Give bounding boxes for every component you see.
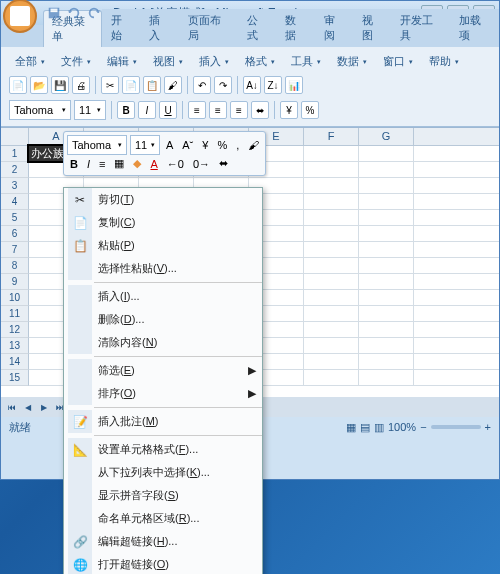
menu-help[interactable]: 帮助: [423, 52, 465, 71]
print-icon[interactable]: 🖨: [72, 76, 90, 94]
row-9[interactable]: 9: [1, 274, 29, 290]
row-13[interactable]: 13: [1, 338, 29, 354]
view-normal-icon[interactable]: ▦: [346, 421, 356, 434]
menu-tools[interactable]: 工具: [285, 52, 327, 71]
currency-icon[interactable]: ¥: [280, 101, 298, 119]
office-button[interactable]: [3, 0, 37, 33]
cut-icon[interactable]: ✂: [101, 76, 119, 94]
menu-window[interactable]: 窗口: [377, 52, 419, 71]
ctx-item-2[interactable]: 📋粘贴(P): [64, 234, 262, 257]
redo-icon[interactable]: [87, 6, 101, 20]
ctx-item-9[interactable]: 📝插入批注(M): [64, 410, 262, 433]
tab-formula[interactable]: 公式: [238, 9, 276, 47]
row-8[interactable]: 8: [1, 258, 29, 274]
view-layout-icon[interactable]: ▤: [360, 421, 370, 434]
zoom-slider[interactable]: [431, 425, 481, 429]
menu-insert[interactable]: 插入: [193, 52, 235, 71]
mini-percent[interactable]: %: [214, 137, 230, 153]
row-5[interactable]: 5: [1, 210, 29, 226]
merge-icon[interactable]: ⬌: [251, 101, 269, 119]
tab-view[interactable]: 视图: [353, 9, 391, 47]
align-left-icon[interactable]: ≡: [188, 101, 206, 119]
ctx-item-1[interactable]: 📄复制(C): [64, 211, 262, 234]
ctx-item-12[interactable]: 显示拼音字段(S): [64, 484, 262, 507]
ctx-item-3[interactable]: 选择性粘贴(V)...: [64, 257, 262, 280]
row-2[interactable]: 2: [1, 162, 29, 178]
menu-all[interactable]: 全部: [9, 52, 51, 71]
open-icon[interactable]: 📂: [30, 76, 48, 94]
mini-bold[interactable]: B: [67, 156, 81, 172]
tab-data[interactable]: 数据: [276, 9, 314, 47]
ctx-item-5[interactable]: 删除(D)...: [64, 308, 262, 331]
mini-currency[interactable]: ¥: [199, 137, 211, 153]
ctx-item-6[interactable]: 清除内容(N): [64, 331, 262, 354]
save-icon[interactable]: 💾: [51, 76, 69, 94]
menu-view[interactable]: 视图: [147, 52, 189, 71]
chart-icon[interactable]: 📊: [285, 76, 303, 94]
undo-icon[interactable]: [67, 6, 81, 20]
row-12[interactable]: 12: [1, 322, 29, 338]
new-icon[interactable]: 📄: [9, 76, 27, 94]
menu-file[interactable]: 文件: [55, 52, 97, 71]
undo-icon[interactable]: ↶: [193, 76, 211, 94]
save-icon[interactable]: [47, 6, 61, 20]
mini-font-name[interactable]: Tahoma▾: [67, 135, 127, 155]
ctx-item-13[interactable]: 命名单元格区域(R)...: [64, 507, 262, 530]
ctx-item-10[interactable]: 📐设置单元格格式(F)...: [64, 438, 262, 461]
sheet-next[interactable]: ▶: [37, 400, 51, 414]
menu-edit[interactable]: 编辑: [101, 52, 143, 71]
underline-button[interactable]: U: [159, 101, 177, 119]
col-g[interactable]: G: [359, 128, 414, 145]
bold-button[interactable]: B: [117, 101, 135, 119]
ctx-item-11[interactable]: 从下拉列表中选择(K)...: [64, 461, 262, 484]
mini-painter-icon[interactable]: 🖌: [245, 137, 262, 153]
mini-border[interactable]: ▦: [111, 155, 127, 172]
tab-insert[interactable]: 插入: [140, 9, 178, 47]
row-7[interactable]: 7: [1, 242, 29, 258]
mini-font-dec[interactable]: A˘: [179, 137, 196, 153]
sheet-first[interactable]: ⏮: [5, 400, 19, 414]
tab-addin[interactable]: 加载项: [450, 9, 499, 47]
italic-button[interactable]: I: [138, 101, 156, 119]
zoom-level[interactable]: 100%: [388, 421, 416, 433]
mini-font-color[interactable]: A: [147, 156, 160, 172]
row-14[interactable]: 14: [1, 354, 29, 370]
tab-layout[interactable]: 页面布局: [179, 9, 238, 47]
copy-icon[interactable]: 📄: [122, 76, 140, 94]
ctx-item-15[interactable]: 🌐打开超链接(O): [64, 553, 262, 574]
row-10[interactable]: 10: [1, 290, 29, 306]
ctx-item-0[interactable]: ✂剪切(T): [64, 188, 262, 211]
sort-desc-icon[interactable]: Z↓: [264, 76, 282, 94]
row-11[interactable]: 11: [1, 306, 29, 322]
row-3[interactable]: 3: [1, 178, 29, 194]
zoom-in[interactable]: +: [485, 421, 491, 433]
tab-dev[interactable]: 开发工具: [391, 9, 450, 47]
view-break-icon[interactable]: ▥: [374, 421, 384, 434]
sort-asc-icon[interactable]: A↓: [243, 76, 261, 94]
align-right-icon[interactable]: ≡: [230, 101, 248, 119]
ctx-item-4[interactable]: 插入(I)...: [64, 285, 262, 308]
mini-align[interactable]: ≡: [96, 156, 108, 172]
paste-icon[interactable]: 📋: [143, 76, 161, 94]
menu-format[interactable]: 格式: [239, 52, 281, 71]
font-name-select[interactable]: Tahoma▾: [9, 100, 71, 120]
mini-dec-inc[interactable]: ←0: [164, 156, 187, 172]
mini-fill-color[interactable]: ◆: [130, 155, 144, 172]
row-6[interactable]: 6: [1, 226, 29, 242]
tab-home[interactable]: 开始: [102, 9, 140, 47]
select-all-corner[interactable]: [1, 128, 29, 145]
row-15[interactable]: 15: [1, 370, 29, 386]
mini-italic[interactable]: I: [84, 156, 93, 172]
redo-icon[interactable]: ↷: [214, 76, 232, 94]
align-center-icon[interactable]: ≡: [209, 101, 227, 119]
format-painter-icon[interactable]: 🖌: [164, 76, 182, 94]
row-1[interactable]: 1: [1, 146, 29, 162]
row-4[interactable]: 4: [1, 194, 29, 210]
mini-font-size[interactable]: 11▾: [130, 135, 160, 155]
mini-comma[interactable]: ,: [233, 137, 242, 153]
sheet-prev[interactable]: ◀: [21, 400, 35, 414]
ctx-item-7[interactable]: 筛选(E)▶: [64, 359, 262, 382]
font-size-select[interactable]: 11▾: [74, 100, 106, 120]
menu-data[interactable]: 数据: [331, 52, 373, 71]
ctx-item-8[interactable]: 排序(O)▶: [64, 382, 262, 405]
